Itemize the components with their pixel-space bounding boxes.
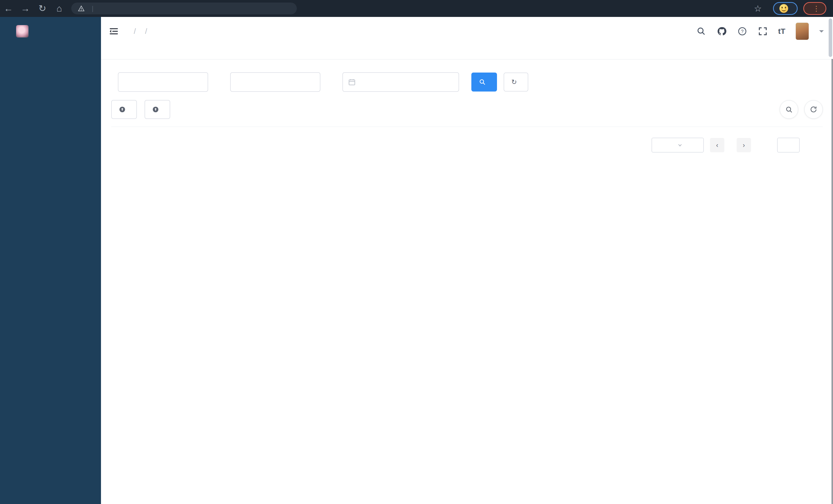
address-bar[interactable]: | [71, 3, 297, 14]
bookmark-star-icon[interactable]: ☆ [754, 3, 762, 14]
chevron-down-icon [677, 142, 683, 148]
app-logo-row[interactable] [0, 17, 101, 46]
search-button-icon [479, 79, 486, 86]
chrome-toolbar: ☆ ⋮ [754, 2, 833, 15]
paused-extension-badge[interactable] [773, 2, 798, 15]
toolbar [111, 100, 823, 119]
search-icon[interactable] [696, 26, 706, 37]
header-actions: ? tT [696, 23, 824, 40]
avatar-caret-icon[interactable] [819, 30, 824, 35]
import-sql-button[interactable] [145, 100, 170, 119]
reload-icon[interactable]: ↻ [34, 3, 51, 14]
scrollbar-thumb[interactable] [829, 19, 832, 57]
goto-page-input[interactable] [777, 138, 800, 152]
page-content: ↻ [101, 59, 833, 152]
browser-chrome: ← → ↻ ⌂ | ☆ ⋮ [0, 0, 833, 17]
import-db-button[interactable] [111, 100, 137, 119]
app-logo-image [16, 25, 29, 38]
table-name-input[interactable] [118, 72, 208, 92]
forward-icon[interactable]: → [17, 3, 34, 14]
window-edge [831, 59, 833, 504]
breadcrumb: / / [129, 27, 152, 35]
pagination: ‹ › [111, 138, 823, 152]
search-form: ↻ [111, 72, 823, 92]
breadcrumb-separator: / [134, 27, 136, 35]
github-icon[interactable] [717, 26, 727, 37]
upload-icon [119, 106, 125, 113]
screen: ← → ↻ ⌂ | ☆ ⋮ [0, 0, 833, 504]
table-desc-input[interactable] [230, 72, 320, 92]
fullscreen-icon[interactable] [758, 26, 768, 37]
home-icon[interactable]: ⌂ [51, 3, 68, 14]
toggle-search-button[interactable] [780, 100, 798, 119]
next-page-button[interactable]: › [737, 138, 751, 152]
chrome-update-badge[interactable]: ⋮ [803, 2, 826, 15]
sidebar-fold-icon[interactable] [109, 26, 119, 37]
sidebar [0, 17, 101, 504]
calendar-icon [348, 78, 356, 86]
tabs-bar [101, 46, 833, 59]
back-icon[interactable]: ← [0, 3, 17, 14]
url-divider: | [92, 5, 94, 13]
emoji-face-icon [780, 4, 788, 13]
reset-button[interactable]: ↻ [504, 73, 528, 92]
breadcrumb-separator: / [145, 27, 147, 35]
font-size-icon[interactable]: tT [778, 27, 785, 35]
date-range-picker[interactable] [342, 72, 459, 92]
svg-text:?: ? [741, 29, 743, 34]
search-button[interactable] [471, 73, 497, 92]
prev-page-button[interactable]: ‹ [710, 138, 724, 152]
refresh-table-button[interactable] [804, 100, 823, 119]
upload-icon [152, 106, 159, 113]
chrome-menu-icon[interactable]: ⋮ [813, 4, 820, 13]
main-area: / / ? tT [101, 17, 833, 504]
user-avatar[interactable] [795, 23, 809, 40]
page-size-select[interactable] [651, 138, 704, 152]
help-icon[interactable]: ? [737, 26, 747, 37]
not-secure-warning-icon [78, 5, 85, 12]
reset-icon: ↻ [511, 78, 517, 86]
app-header: / / ? tT [101, 17, 833, 46]
